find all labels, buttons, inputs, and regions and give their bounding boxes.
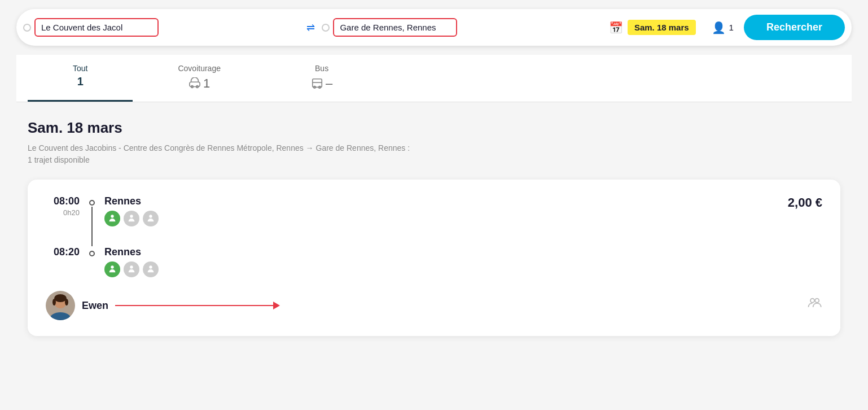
destination-radio (322, 24, 330, 32)
svg-point-21 (810, 299, 814, 303)
departure-stop: 08:00 0h20 Rennes (46, 195, 159, 246)
search-bar: ⇌ 📅 Sam. 18 mars 👤 1 Rechercher (16, 9, 852, 46)
departure-info: Rennes (104, 195, 159, 226)
svg-point-13 (130, 265, 133, 268)
svg-point-22 (815, 299, 819, 303)
passengers-button[interactable]: 👤 1 (706, 18, 739, 38)
svg-point-14 (149, 265, 152, 268)
origin-group (23, 18, 300, 37)
date-badge: Sam. 18 mars (628, 20, 696, 35)
arrival-passenger-slot-1 (104, 261, 120, 277)
trip-price: 2,00 € (788, 195, 822, 210)
main-content: Sam. 18 mars Le Couvent des Jacobins - C… (16, 102, 852, 353)
origin-input[interactable] (34, 18, 159, 37)
tab-covoiturage-label: Covoiturage (178, 64, 221, 73)
svg-point-18 (52, 299, 56, 306)
departure-time: 08:00 (46, 195, 80, 207)
arrow-indicator (115, 302, 280, 309)
departure-time-col: 08:00 0h20 (46, 195, 80, 217)
svg-point-11 (149, 215, 152, 217)
departure-dot (89, 200, 95, 206)
person-icon: 👤 (712, 21, 726, 34)
tab-bus-label: Bus (315, 64, 328, 73)
tabs-container: Tout 1 Covoiturage 1 Bus (16, 55, 852, 102)
passenger-slot-3 (143, 211, 159, 226)
swap-icon: ⇌ (306, 21, 315, 34)
tabs: Tout 1 Covoiturage 1 Bus (16, 55, 852, 102)
tab-tout-label: Tout (73, 64, 87, 73)
svg-point-10 (130, 215, 133, 217)
svg-point-19 (65, 299, 68, 306)
tab-tout-count: 1 (77, 75, 84, 88)
departure-passengers (104, 211, 159, 226)
trip-card[interactable]: 08:00 0h20 Rennes (28, 180, 840, 336)
date-heading: Sam. 18 mars (28, 119, 840, 137)
tab-bus[interactable]: Bus – (266, 55, 378, 102)
arrival-info: Rennes (104, 246, 159, 277)
driver-name: Ewen (82, 300, 108, 312)
svg-point-12 (111, 265, 113, 268)
trip-duration: 0h20 (46, 208, 80, 217)
calendar-icon: 📅 (609, 21, 623, 34)
tab-covoiturage[interactable]: Covoiturage 1 (133, 55, 266, 102)
trip-times: 08:00 0h20 Rennes (46, 195, 159, 277)
timeline-end (86, 246, 98, 256)
arrival-city: Rennes (104, 246, 159, 258)
passengers-count: 1 (729, 23, 734, 32)
arrival-passenger-slot-2 (124, 261, 139, 277)
timeline-start (86, 195, 98, 246)
group-icon (806, 296, 822, 315)
arrival-time-col: 08:20 (46, 246, 80, 258)
svg-point-17 (54, 294, 67, 302)
arrow-head (273, 302, 280, 309)
arrival-stop: 08:20 Rennes (46, 246, 159, 277)
tab-tout[interactable]: Tout 1 (28, 55, 133, 102)
search-button[interactable]: Rechercher (744, 15, 845, 40)
arrow-line (115, 305, 273, 306)
swap-button[interactable]: ⇌ (304, 19, 317, 36)
arrival-dot (89, 251, 95, 256)
tab-bus-icon: – (311, 76, 332, 91)
timeline-line (91, 207, 93, 246)
route-description: Le Couvent des Jacobins - Centre des Con… (28, 142, 840, 166)
arrival-passenger-slot-3 (143, 261, 159, 277)
date-button[interactable]: 📅 Sam. 18 mars (603, 16, 702, 38)
departure-city: Rennes (104, 195, 159, 207)
passenger-slot-2 (124, 211, 139, 226)
arrival-passengers (104, 261, 159, 277)
svg-point-9 (111, 215, 113, 217)
destination-input[interactable] (333, 18, 457, 37)
driver-avatar (46, 291, 75, 320)
driver-row: Ewen (46, 291, 822, 320)
arrival-time: 08:20 (46, 246, 80, 258)
passenger-slot-1 (104, 211, 120, 226)
tab-covoiturage-icon: 1 (188, 76, 210, 91)
origin-radio (23, 24, 31, 32)
trip-header: 08:00 0h20 Rennes (46, 195, 822, 277)
driver-info: Ewen (46, 291, 280, 320)
destination-group (322, 18, 598, 37)
